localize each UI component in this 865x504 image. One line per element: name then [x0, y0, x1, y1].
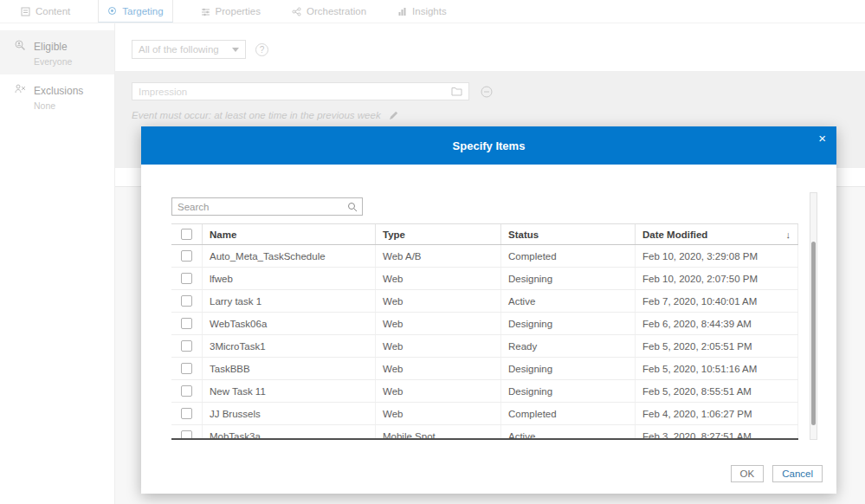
close-button[interactable]: ×	[818, 129, 826, 147]
specify-items-dialog: Specify Items × Name Type Status Date Mo…	[141, 126, 836, 494]
cell-name: JJ Brussels	[203, 403, 376, 424]
column-header-status[interactable]: Status	[501, 224, 636, 244]
dialog-title: Specify Items	[453, 139, 526, 152]
cell-date: Feb 10, 2020, 3:29:08 PM	[636, 245, 798, 267]
search-input[interactable]	[172, 202, 343, 212]
column-header-type[interactable]: Type	[376, 224, 501, 244]
table-row[interactable]: MobTask3a Mobile Spot Active Feb 3, 2020…	[171, 425, 798, 440]
table-row[interactable]: Larry task 1 Web Active Feb 7, 2020, 10:…	[171, 290, 798, 313]
cell-status: Active	[501, 290, 636, 312]
row-checkbox[interactable]	[181, 273, 192, 284]
cell-status: Designing	[501, 268, 636, 289]
table-row[interactable]: Auto_Meta_TaskSchedule Web A/B Completed…	[171, 245, 798, 268]
cell-date: Feb 6, 2020, 8:44:39 AM	[636, 313, 798, 334]
cell-status: Completed	[501, 245, 636, 267]
table-row[interactable]: 3MicroTask1 Web Ready Feb 5, 2020, 2:05:…	[171, 335, 798, 358]
column-header-name[interactable]: Name	[203, 224, 376, 244]
table-row[interactable]: JJ Brussels Web Completed Feb 4, 2020, 1…	[171, 403, 798, 425]
dialog-header: Specify Items ×	[141, 126, 836, 165]
column-header-date-modified[interactable]: Date Modified ↓	[636, 224, 798, 244]
cell-date: Feb 10, 2020, 2:07:50 PM	[636, 268, 798, 289]
ok-button[interactable]: OK	[731, 465, 765, 482]
cell-type: Web	[376, 358, 501, 379]
table-row[interactable]: WebTask06a Web Designing Feb 6, 2020, 8:…	[171, 313, 798, 335]
cell-name: 3MicroTask1	[203, 335, 376, 357]
sort-desc-icon[interactable]: ↓	[786, 229, 791, 240]
cell-type: Web	[376, 403, 501, 424]
cell-date: Feb 3, 2020, 8:27:51 AM	[636, 425, 798, 440]
row-checkbox[interactable]	[181, 385, 192, 397]
cell-status: Designing	[501, 313, 636, 334]
cell-name: MobTask3a	[203, 425, 376, 440]
cell-type: Web	[376, 335, 501, 357]
table-row[interactable]: lfweb Web Designing Feb 10, 2020, 2:07:5…	[171, 268, 798, 290]
cell-status: Completed	[501, 403, 636, 424]
select-all-checkbox[interactable]	[181, 229, 192, 240]
cell-date: Feb 5, 2020, 2:05:51 PM	[636, 335, 798, 357]
cell-type: Mobile Spot	[376, 425, 501, 440]
cell-name: New Task 11	[203, 380, 376, 402]
table-header-row: Name Type Status Date Modified ↓	[171, 224, 798, 245]
table-row[interactable]: TaskBBB Web Designing Feb 5, 2020, 10:51…	[171, 358, 798, 380]
dialog-footer: OK Cancel	[731, 465, 823, 482]
row-checkbox[interactable]	[181, 408, 192, 419]
items-table: Name Type Status Date Modified ↓ Auto_Me…	[171, 223, 798, 440]
cell-name: Auto_Meta_TaskSchedule	[203, 245, 376, 267]
cell-name: TaskBBB	[203, 358, 376, 379]
cell-type: Web	[376, 268, 501, 289]
cell-name: Larry task 1	[203, 290, 376, 312]
cell-name: lfweb	[203, 268, 376, 289]
row-checkbox[interactable]	[181, 363, 192, 374]
cell-status: Designing	[501, 358, 636, 379]
search-box	[171, 197, 363, 216]
row-checkbox[interactable]	[181, 430, 192, 440]
row-checkbox[interactable]	[181, 250, 192, 262]
cell-date: Feb 7, 2020, 10:40:01 AM	[636, 290, 798, 312]
cell-date: Feb 4, 2020, 1:06:27 PM	[636, 403, 798, 424]
table-row[interactable]: New Task 11 Web Designing Feb 5, 2020, 8…	[171, 380, 798, 403]
cell-type: Web	[376, 380, 501, 402]
row-checkbox[interactable]	[181, 340, 192, 352]
cell-status: Designing	[501, 380, 636, 402]
table-scrollbar[interactable]	[810, 192, 817, 440]
cell-type: Web	[376, 290, 501, 312]
cancel-button[interactable]: Cancel	[772, 465, 823, 482]
cell-status: Active	[501, 425, 636, 440]
cell-name: WebTask06a	[203, 313, 376, 334]
cell-type: Web A/B	[376, 245, 501, 267]
cell-status: Ready	[501, 335, 636, 357]
scrollbar-thumb[interactable]	[811, 242, 816, 425]
cell-date: Feb 5, 2020, 8:55:51 AM	[636, 380, 798, 402]
cell-type: Web	[376, 313, 501, 334]
row-checkbox[interactable]	[181, 295, 192, 307]
row-checkbox[interactable]	[181, 318, 192, 329]
search-icon[interactable]	[343, 202, 362, 212]
cell-date: Feb 5, 2020, 10:51:16 AM	[636, 358, 798, 379]
